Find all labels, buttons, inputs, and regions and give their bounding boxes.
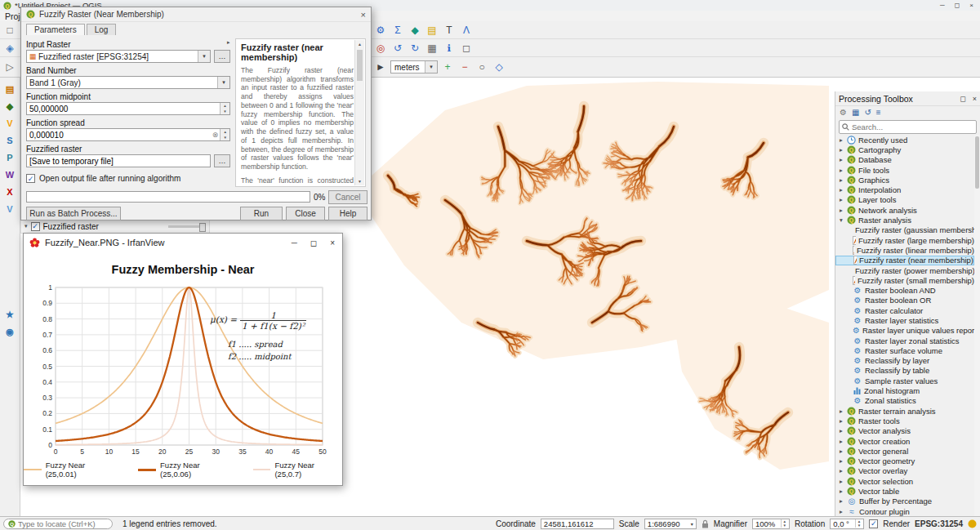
select-pointer-icon[interactable]: ► [373, 60, 388, 74]
toolbox-item-fuzzify-raster-small-membership[interactable]: Fuzzify raster (small membership) [835, 275, 974, 285]
toolbox-item-fuzzify-raster-power-membership[interactable]: Fuzzify raster (power membership) [835, 265, 974, 275]
minimize-icon[interactable]: ─ [940, 2, 945, 9]
toolbox-group-vector-selection[interactable]: ▸QVector selection [835, 476, 974, 486]
toolbox-item-raster-boolean-or[interactable]: ⚙Raster boolean OR [835, 296, 974, 305]
close-icon[interactable]: × [969, 2, 973, 9]
output-input[interactable] [27, 157, 210, 166]
toolbox-group-vector-table[interactable]: ▸QVector table [835, 486, 974, 496]
toolbox-item-sample-raster-values[interactable]: ⚙Sample raster values [835, 376, 974, 385]
toolbox-group-network-analysis[interactable]: ▸QNetwork analysis [835, 205, 974, 215]
toolbox-item-fuzzify-raster-near-membership[interactable]: Fuzzify raster (near membership) [835, 256, 974, 265]
new-spatialite-layer-icon[interactable]: S [2, 133, 17, 148]
search-input[interactable] [852, 122, 966, 131]
tab-parameters[interactable]: Parameters [26, 24, 85, 35]
add-virtual-layer-icon[interactable]: V [2, 202, 17, 216]
maximize-icon[interactable]: ◻ [310, 238, 317, 247]
touch-zoom-icon[interactable]: ◎ [373, 41, 388, 56]
bookmarks-icon[interactable]: ◉ [2, 324, 17, 339]
clear-value-icon[interactable]: ⊗ [211, 131, 220, 139]
new-shapefile-layer-icon[interactable]: V [2, 116, 17, 131]
scroll-up-icon[interactable]: ▲ [355, 40, 364, 48]
chevron-right-icon[interactable]: ▸ [838, 427, 844, 434]
chevron-right-icon[interactable]: ▸ [838, 478, 844, 485]
chevron-right-icon[interactable]: ▸ [838, 497, 844, 505]
units-combo[interactable]: meters▾ [390, 60, 438, 73]
tab-log[interactable]: Log [87, 24, 117, 35]
chevron-right-icon[interactable]: ▸ [838, 136, 844, 144]
dropdown-icon[interactable]: ▾ [691, 521, 693, 527]
toolbox-item-reclassify-by-table[interactable]: ⚙Reclassify by table [835, 366, 974, 376]
locator-bar[interactable]: Q [3, 519, 113, 529]
refresh-map-icon[interactable]: ↺ [390, 41, 405, 56]
select-rectangle-icon[interactable]: ◻ [459, 41, 474, 56]
delete-record-icon[interactable]: − [457, 60, 472, 74]
chevron-right-icon[interactable]: ▸ [838, 457, 844, 465]
browse-input-button[interactable]: … [214, 50, 230, 63]
toolbox-group-vector-creation[interactable]: ▸QVector creation [835, 436, 974, 446]
scale-combo[interactable]: 1:686990 ▾ [644, 519, 697, 529]
open-output-checkbox[interactable]: ✓ [26, 174, 35, 183]
toolbox-item-fuzzify-raster-linear-membership[interactable]: Fuzzify raster (linear membership) [835, 245, 974, 255]
chevron-right-icon[interactable]: ▸ [838, 176, 844, 184]
raster-grid-icon[interactable]: ▦ [425, 41, 439, 56]
output-field[interactable] [26, 154, 211, 167]
minimize-icon[interactable]: ─ [292, 238, 297, 247]
spin-down-icon[interactable]: ▼ [783, 523, 786, 528]
spin-down-icon[interactable]: ▼ [858, 523, 861, 528]
chevron-right-icon[interactable]: ▸ [838, 417, 844, 425]
locate-input[interactable] [18, 519, 103, 528]
chevron-down-icon[interactable]: ▾ [838, 216, 844, 224]
toolbox-item-reclassify-by-layer[interactable]: ⚙Reclassify by layer [835, 356, 974, 366]
layers-panel-item[interactable]: ▾ ✓ Fuzzified raster [20, 219, 210, 234]
toolbox-item-raster-surface-volume[interactable]: ⚙Raster surface volume [835, 345, 974, 355]
toolbox-group-raster-analysis[interactable]: ▾QRaster analysis [835, 215, 974, 225]
scrollbar-thumb[interactable] [357, 50, 363, 81]
processing-toolbox-icon[interactable]: ⚙ [373, 23, 388, 38]
help-scrollbar[interactable]: ▲ ▼ [354, 40, 364, 185]
toolbox-group-vector-analysis[interactable]: ▸QVector analysis [835, 426, 974, 436]
identify-features-icon[interactable]: ℹ [442, 41, 457, 56]
rotation-spin[interactable]: 0,0 ° ▲▼ [830, 519, 864, 529]
input-raster-combo[interactable]: ▦ Fuzzified raster [EPSG:31254] ▾ [26, 50, 211, 63]
toolbox-group-recently-used[interactable]: ▸Recently used [835, 135, 974, 145]
layer-name[interactable]: Fuzzified raster [43, 222, 99, 231]
slider-handle[interactable] [199, 223, 206, 232]
chevron-right-icon[interactable]: ▸ [838, 196, 844, 203]
models-icon[interactable]: ▦ [852, 108, 859, 117]
toolbox-item-zonal-statistics[interactable]: ⚙Zonal statistics [835, 396, 974, 406]
float-panel-icon[interactable]: ◻ [960, 95, 965, 103]
toolbox-group-contour-plugin[interactable]: ▸≈Contour plugin [835, 506, 974, 516]
help-collapse-icon[interactable]: ▸ [227, 39, 230, 46]
close-button[interactable]: Close [286, 207, 325, 220]
spin-up-icon[interactable]: ▲ [220, 129, 229, 135]
irfanview-title-bar[interactable]: Fuzzify_Near.PNG - IrfanView ─ ◻ × [24, 234, 342, 252]
magnifier-spin[interactable]: 100% ▲▼ [752, 519, 790, 529]
toolbox-group-file-tools[interactable]: ▸QFile tools [835, 165, 974, 175]
midpoint-spinbox[interactable]: ▲▼ [26, 102, 230, 115]
toolbox-item-zonal-histogram[interactable]: Zonal histogram [835, 385, 974, 395]
chevron-right-icon[interactable]: ▸ [838, 438, 844, 445]
toolbox-item-fuzzify-raster-large-membership[interactable]: Fuzzify raster (large membership) [835, 235, 974, 245]
chevron-right-icon[interactable]: ▸ [838, 508, 844, 515]
dropdown-icon[interactable]: ▾ [425, 61, 437, 73]
new-project-icon[interactable]: □ [2, 23, 17, 38]
toolbox-group-buffer-by-percentage[interactable]: ▸◎Buffer by Percentage [835, 497, 974, 506]
coordinate-box[interactable]: 24581,161612 [541, 519, 614, 529]
messages-icon[interactable] [968, 519, 977, 528]
toolbox-icon[interactable]: ◆ [408, 23, 422, 38]
python-console-icon[interactable]: Λ [459, 23, 474, 38]
tree-scrollbar[interactable] [974, 135, 980, 516]
close-panel-icon[interactable]: × [973, 95, 977, 103]
spin-down-icon[interactable]: ▼ [220, 135, 229, 140]
close-icon[interactable]: × [361, 10, 366, 20]
run-button[interactable]: Run [240, 207, 283, 220]
advanced-digitizing-icon[interactable]: ▷ [2, 60, 17, 74]
layer-opacity-slider[interactable] [168, 225, 206, 228]
chevron-right-icon[interactable]: ▸ [838, 146, 844, 154]
dropdown-icon[interactable]: ▾ [217, 77, 229, 88]
toolbox-item-raster-layer-statistics[interactable]: ⚙Raster layer statistics [835, 315, 974, 325]
toolbox-item-fuzzify-raster-gaussian-membership[interactable]: Fuzzify raster (gaussian membership) [835, 225, 974, 235]
redo-view-icon[interactable]: ↻ [408, 41, 422, 56]
style-manager-icon[interactable]: ★ [2, 307, 17, 322]
chevron-right-icon[interactable]: ▸ [838, 408, 844, 415]
